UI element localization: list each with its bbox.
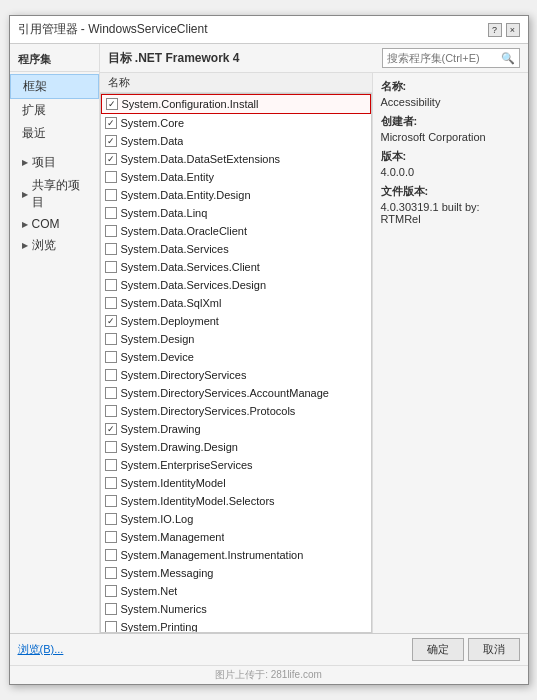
assembly-checkbox[interactable]: [105, 333, 117, 345]
assembly-checkbox[interactable]: [105, 225, 117, 237]
title-bar-left: 引用管理器 - WindowsServiceClient: [18, 21, 208, 38]
assembly-list-item[interactable]: System.Management.Instrumentation: [101, 546, 371, 564]
assembly-name: System.Data.Services.Design: [121, 277, 267, 293]
assembly-checkbox[interactable]: [105, 531, 117, 543]
assembly-checkbox[interactable]: [105, 585, 117, 597]
version-value: 4.0.0.0: [381, 166, 520, 178]
sidebar-item-kuozhan[interactable]: 扩展: [10, 99, 99, 122]
assembly-checkbox[interactable]: [105, 603, 117, 615]
assembly-list-item[interactable]: System.Data.DataSetExtensions: [101, 150, 371, 168]
assembly-name: System.Management.Instrumentation: [121, 547, 304, 563]
assembly-checkbox[interactable]: [105, 171, 117, 183]
assembly-list-item[interactable]: System.Deployment: [101, 312, 371, 330]
assembly-checkbox[interactable]: [105, 315, 117, 327]
assembly-checkbox[interactable]: [105, 621, 117, 633]
assembly-list-item[interactable]: System.Drawing: [101, 420, 371, 438]
assembly-list-item[interactable]: System.Data: [101, 132, 371, 150]
assembly-list-item[interactable]: System.DirectoryServices: [101, 366, 371, 384]
assembly-checkbox[interactable]: [105, 153, 117, 165]
assembly-list-item[interactable]: System.Device: [101, 348, 371, 366]
assembly-list-item[interactable]: System.Messaging: [101, 564, 371, 582]
assembly-checkbox[interactable]: [105, 117, 117, 129]
file-version-value: 4.0.30319.1 built by: RTMRel: [381, 201, 520, 225]
bottom-bar: 浏览(B)... 确定 取消: [10, 633, 528, 665]
file-version-label: 文件版本:: [381, 184, 520, 199]
assembly-checkbox[interactable]: [105, 567, 117, 579]
assembly-name: System.Device: [121, 349, 194, 365]
watermark: 图片上传于: 281life.com: [10, 665, 528, 684]
version-label: 版本:: [381, 149, 520, 164]
assembly-checkbox[interactable]: [105, 387, 117, 399]
assembly-name: System.Printing: [121, 619, 198, 633]
sidebar-item-label: 浏览: [32, 237, 56, 254]
assembly-list-item[interactable]: System.Data.Services.Client: [101, 258, 371, 276]
assembly-checkbox[interactable]: [105, 189, 117, 201]
assembly-checkbox[interactable]: [105, 279, 117, 291]
assembly-name: System.IdentityModel: [121, 475, 226, 491]
assembly-list-item[interactable]: System.Data.Entity: [101, 168, 371, 186]
assembly-checkbox[interactable]: [105, 477, 117, 489]
assembly-list-item[interactable]: System.IO.Log: [101, 510, 371, 528]
assembly-list-item[interactable]: System.Net: [101, 582, 371, 600]
assembly-checkbox[interactable]: [105, 549, 117, 561]
assembly-list-item[interactable]: System.Numerics: [101, 600, 371, 618]
assembly-checkbox[interactable]: [105, 369, 117, 381]
assembly-list-item[interactable]: System.Configuration.Install: [101, 94, 371, 114]
help-button[interactable]: ?: [488, 23, 502, 37]
assembly-list-item[interactable]: System.EnterpriseServices: [101, 456, 371, 474]
assembly-list-item[interactable]: System.Data.Services.Design: [101, 276, 371, 294]
assembly-name: System.IdentityModel.Selectors: [121, 493, 275, 509]
close-button[interactable]: ×: [506, 23, 520, 37]
assembly-list-item[interactable]: System.Management: [101, 528, 371, 546]
sidebar-item-label: COM: [32, 217, 60, 231]
search-input[interactable]: [387, 52, 497, 64]
assembly-name: System.Drawing.Design: [121, 439, 238, 455]
right-panel: 目标 .NET Framework 4 🔍 名称 System.Configur…: [100, 44, 528, 633]
window-title: 引用管理器 - WindowsServiceClient: [18, 21, 208, 38]
cancel-button[interactable]: 取消: [468, 638, 520, 661]
assembly-checkbox[interactable]: [106, 98, 118, 110]
ok-button[interactable]: 确定: [412, 638, 464, 661]
assembly-name: System.DirectoryServices: [121, 367, 247, 383]
sidebar-item-liulan[interactable]: ▶ 浏览: [10, 234, 99, 257]
assembly-list-item[interactable]: System.Data.Linq: [101, 204, 371, 222]
assembly-list-item[interactable]: System.Data.Services: [101, 240, 371, 258]
assembly-checkbox[interactable]: [105, 495, 117, 507]
search-box[interactable]: 🔍: [382, 48, 520, 68]
creator-label: 创建者:: [381, 114, 520, 129]
assembly-checkbox[interactable]: [105, 135, 117, 147]
assembly-checkbox[interactable]: [105, 459, 117, 471]
assembly-list-item[interactable]: System.Printing: [101, 618, 371, 633]
sidebar-item-com[interactable]: ▶ COM: [10, 214, 99, 234]
assembly-list-item[interactable]: System.Drawing.Design: [101, 438, 371, 456]
assembly-list-item[interactable]: System.IdentityModel: [101, 474, 371, 492]
assembly-checkbox[interactable]: [105, 513, 117, 525]
assembly-checkbox[interactable]: [105, 243, 117, 255]
assembly-checkbox[interactable]: [105, 297, 117, 309]
assembly-list-item[interactable]: System.DirectoryServices.Protocols: [101, 402, 371, 420]
assembly-checkbox[interactable]: [105, 423, 117, 435]
assembly-checkbox[interactable]: [105, 261, 117, 273]
assembly-list-item[interactable]: System.Design: [101, 330, 371, 348]
assembly-list-item[interactable]: System.Data.OracleClient: [101, 222, 371, 240]
panels-row: 名称 System.Configuration.InstallSystem.Co…: [100, 73, 528, 633]
assembly-list-item[interactable]: System.Data.SqlXml: [101, 294, 371, 312]
main-content: 程序集 框架 扩展 最近 ▶ 项目 ▶ 共享的项目 ▶ COM ▶ 浏览: [10, 44, 528, 633]
sidebar: 程序集 框架 扩展 最近 ▶ 项目 ▶ 共享的项目 ▶ COM ▶ 浏览: [10, 44, 100, 633]
assembly-checkbox[interactable]: [105, 441, 117, 453]
assembly-name: System.Configuration.Install: [122, 96, 259, 112]
sidebar-item-kuangjia[interactable]: 框架: [10, 74, 99, 99]
browse-link[interactable]: 浏览(B)...: [18, 642, 64, 657]
sidebar-item-xiangmu[interactable]: ▶ 项目: [10, 151, 99, 174]
assembly-name: System.Net: [121, 583, 178, 599]
sidebar-item-zuijin[interactable]: 最近: [10, 122, 99, 145]
assembly-checkbox[interactable]: [105, 351, 117, 363]
sidebar-item-gongyou[interactable]: ▶ 共享的项目: [10, 174, 99, 214]
assembly-list-item[interactable]: System.DirectoryServices.AccountManage: [101, 384, 371, 402]
assembly-checkbox[interactable]: [105, 405, 117, 417]
assembly-list-item[interactable]: System.Data.Entity.Design: [101, 186, 371, 204]
assembly-checkbox[interactable]: [105, 207, 117, 219]
assembly-list-item[interactable]: System.IdentityModel.Selectors: [101, 492, 371, 510]
assembly-list[interactable]: System.Configuration.InstallSystem.CoreS…: [100, 93, 372, 633]
assembly-list-item[interactable]: System.Core: [101, 114, 371, 132]
